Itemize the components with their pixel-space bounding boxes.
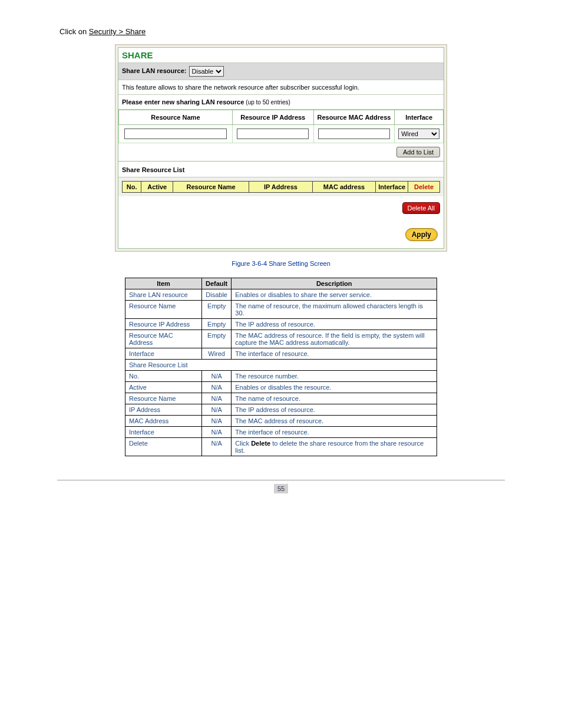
th-delete: Delete — [408, 182, 440, 193]
enter-new-row: Please enter new sharing LAN resource (u… — [118, 95, 444, 110]
interface-select[interactable]: Wired — [398, 129, 439, 139]
desc-row: Interface N/A The interface of resource. — [125, 427, 437, 438]
desc-row-delete: Delete N/A Click Delete to delete the sh… — [125, 438, 437, 456]
desc-row: Resource IP Address Empty The IP address… — [125, 319, 437, 330]
col-resource-name: Resource Name — [119, 110, 233, 125]
desc-row: Resource Name Empty The name of resource… — [125, 301, 437, 319]
breadcrumb: Click on Security > Share — [59, 24, 505, 44]
delete-all-button[interactable]: Delete All — [402, 202, 440, 214]
desc-row: Active N/A Enables or disables the resou… — [125, 382, 437, 393]
share-panel: SHARE Share LAN resource: Disable This f… — [115, 44, 447, 252]
add-to-list-button[interactable]: Add to List — [396, 147, 440, 157]
panel-title: SHARE — [118, 48, 444, 63]
col-resource-ip: Resource IP Address — [232, 110, 313, 125]
desc-row: Resource MAC Address Empty The MAC addre… — [125, 330, 437, 348]
resource-mac-input[interactable] — [318, 129, 390, 139]
th-ip: IP Address — [249, 182, 313, 193]
figure-caption: Figure 3-6-4 Share Setting Screen — [57, 260, 505, 267]
share-lan-select[interactable]: Disable — [189, 66, 224, 77]
share-resource-list-header: Share Resource List — [118, 162, 444, 177]
th-name: Resource Name — [173, 182, 249, 193]
col-resource-mac: Resource MAC Address — [313, 110, 395, 125]
desc-row: No. N/A The resource number. — [125, 371, 437, 382]
page-footer: 55 — [57, 480, 505, 493]
input-table: Resource Name Resource IP Address Resour… — [118, 110, 444, 143]
resource-name-input[interactable] — [124, 129, 227, 139]
col-interface: Interface — [395, 110, 444, 125]
share-lan-label: Share LAN resource: — [122, 67, 186, 74]
enter-new-hint: (up to 50 entries) — [246, 99, 290, 106]
th-active: Active — [141, 182, 173, 193]
desc-head-default: Default — [202, 278, 232, 289]
th-no: No. — [123, 182, 141, 193]
desc-band-row: Share Resource List — [125, 360, 437, 371]
desc-row: Share LAN resource Disable Enables or di… — [125, 289, 437, 301]
desc-row: Resource Name N/A The name of resource. — [125, 393, 437, 404]
resource-ip-input[interactable] — [237, 129, 309, 139]
desc-head-item: Item — [125, 278, 202, 289]
page-number: 55 — [274, 484, 288, 493]
apply-button[interactable]: Apply — [405, 228, 438, 241]
desc-row: IP Address N/A The IP address of resourc… — [125, 404, 437, 416]
share-resource-list-table: No. Active Resource Name IP Address MAC … — [122, 181, 440, 193]
desc-row: MAC Address N/A The MAC address of resou… — [125, 416, 437, 427]
enter-new-label: Please enter new sharing LAN resource — [122, 98, 244, 106]
feature-text: This feature allows to share the network… — [118, 80, 444, 95]
th-mac: MAC address — [312, 182, 376, 193]
description-table: Item Default Description Share LAN resou… — [125, 278, 437, 456]
desc-head-desc: Description — [232, 278, 437, 289]
th-iface: Interface — [376, 182, 408, 193]
breadcrumb-prefix: Click on — [59, 27, 89, 36]
share-lan-row: Share LAN resource: Disable — [118, 63, 444, 80]
desc-row: Interface Wired The interface of resourc… — [125, 348, 437, 360]
breadcrumb-link[interactable]: Security > Share — [89, 27, 146, 36]
